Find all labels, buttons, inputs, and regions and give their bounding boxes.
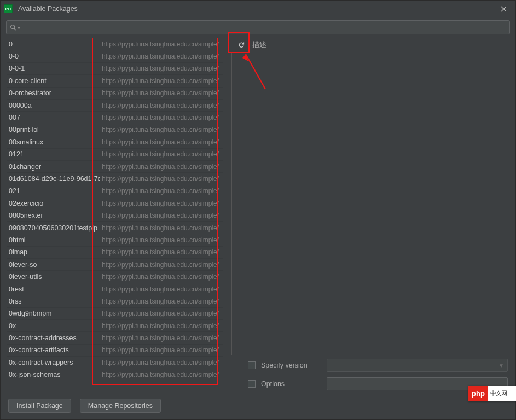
close-icon [501, 6, 507, 12]
package-name: 00smalinux [7, 138, 43, 146]
package-url: https://pypi.tuna.tsinghua.edu.cn/simple… [102, 212, 219, 219]
package-url: https://pypi.tuna.tsinghua.edu.cn/simple… [102, 89, 219, 97]
content-area: 0https://pypi.tuna.tsinghua.edu.cn/simpl… [1, 38, 515, 395]
package-url: https://pypi.tuna.tsinghua.edu.cn/simple… [102, 346, 219, 354]
package-name: 0x [7, 322, 16, 330]
specify-version-label: Specify version [261, 361, 321, 369]
package-url: https://pypi.tuna.tsinghua.edu.cn/simple… [102, 52, 219, 60]
package-list[interactable]: 0https://pypi.tuna.tsinghua.edu.cn/simpl… [6, 38, 224, 392]
install-package-button[interactable]: Install Package [8, 399, 71, 413]
package-name: 0x-contract-artifacts [7, 346, 69, 354]
package-row[interactable]: 0-core-clienthttps://pypi.tuna.tsinghua.… [7, 75, 223, 87]
package-url: https://pypi.tuna.tsinghua.edu.cn/simple… [102, 102, 219, 109]
package-row[interactable]: 0-orchestratorhttps://pypi.tuna.tsinghua… [7, 88, 223, 100]
package-name: 0x-contract-addresses [7, 334, 77, 342]
titlebar: PC Available Packages [1, 1, 515, 17]
version-select[interactable]: ▼ [327, 359, 508, 372]
package-url: https://pypi.tuna.tsinghua.edu.cn/simple… [102, 334, 219, 342]
package-url: https://pypi.tuna.tsinghua.edu.cn/simple… [102, 371, 219, 378]
search-icon [10, 24, 16, 31]
package-row[interactable]: 0-0-1https://pypi.tuna.tsinghua.edu.cn/s… [7, 63, 223, 75]
search-input[interactable] [24, 24, 506, 31]
refresh-button[interactable] [235, 39, 247, 51]
package-name: 0rss [7, 298, 22, 305]
php-badge-right: 中文网 [488, 389, 509, 398]
details-panel: 描述 Specify version ▼ Options [231, 38, 510, 392]
package-name: 0lever-so [7, 261, 37, 269]
package-row[interactable]: 0rsshttps://pypi.tuna.tsinghua.edu.cn/si… [7, 295, 223, 307]
package-name: 00print-lol [7, 126, 39, 133]
package-name: 01d61084-d29e-11e9-96d1-7c5cf84ffe8e [7, 175, 100, 183]
package-row[interactable]: 0xhttps://pypi.tuna.tsinghua.edu.cn/simp… [7, 320, 223, 332]
package-row[interactable]: 0x-contract-artifactshttps://pypi.tuna.t… [7, 345, 223, 357]
package-row[interactable]: 0x-contract-wrappershttps://pypi.tuna.ts… [7, 357, 223, 369]
package-row[interactable]: 007https://pypi.tuna.tsinghua.edu.cn/sim… [7, 112, 223, 124]
package-row[interactable]: 0121https://pypi.tuna.tsinghua.edu.cn/si… [7, 149, 223, 161]
package-row[interactable]: 00000ahttps://pypi.tuna.tsinghua.edu.cn/… [7, 100, 223, 112]
package-url: https://pypi.tuna.tsinghua.edu.cn/simple… [102, 248, 219, 256]
package-name: 0x-json-schemas [7, 371, 60, 378]
package-name: 01changer [7, 163, 41, 171]
package-row[interactable]: 0https://pypi.tuna.tsinghua.edu.cn/simpl… [7, 38, 223, 50]
package-row[interactable]: 090807040506030201testpiphttps://pypi.tu… [7, 222, 223, 234]
package-name: 0-orchestrator [7, 89, 51, 97]
package-name: 0imap [7, 248, 27, 256]
package-row[interactable]: 0lever-sohttps://pypi.tuna.tsinghua.edu.… [7, 259, 223, 271]
package-name: 021 [7, 187, 20, 195]
splitter[interactable] [224, 38, 231, 392]
description-label: 描述 [252, 40, 266, 50]
package-row[interactable]: 01d61084-d29e-11e9-96d1-7c5cf84ffe8ehttp… [7, 173, 223, 185]
window-title: Available Packages [18, 5, 496, 13]
package-url: https://pypi.tuna.tsinghua.edu.cn/simple… [102, 150, 219, 158]
php-badge-left: php [468, 386, 488, 401]
package-name: 0 [7, 40, 13, 48]
specify-version-checkbox[interactable] [248, 361, 256, 369]
package-url: https://pypi.tuna.tsinghua.edu.cn/simple… [102, 187, 219, 195]
package-row[interactable]: 01changerhttps://pypi.tuna.tsinghua.edu.… [7, 161, 223, 173]
package-name: 0wdg9nbmpm [7, 310, 52, 317]
package-name: 0-core-client [7, 77, 47, 85]
package-row[interactable]: 0resthttps://pypi.tuna.tsinghua.edu.cn/s… [7, 283, 223, 295]
package-url: https://pypi.tuna.tsinghua.edu.cn/simple… [102, 200, 219, 207]
package-name: 090807040506030201testpip [7, 224, 97, 232]
chevron-down-icon: ▼ [498, 363, 504, 369]
package-row[interactable]: 0805nexterhttps://pypi.tuna.tsinghua.edu… [7, 209, 223, 221]
package-row[interactable]: 0wdg9nbmpmhttps://pypi.tuna.tsinghua.edu… [7, 308, 223, 320]
package-url: https://pypi.tuna.tsinghua.edu.cn/simple… [102, 236, 219, 244]
manage-repositories-button[interactable]: Manage Repositories [80, 399, 161, 413]
package-name: 02exercicio [7, 200, 43, 207]
options-checkbox[interactable] [248, 380, 256, 388]
details-toolbar: 描述 [231, 38, 510, 53]
search-options-caret-icon[interactable]: ▾ [18, 25, 20, 31]
package-url: https://pypi.tuna.tsinghua.edu.cn/simple… [102, 261, 219, 269]
package-url: https://pypi.tuna.tsinghua.edu.cn/simple… [102, 359, 219, 366]
package-row[interactable]: 0imaphttps://pypi.tuna.tsinghua.edu.cn/s… [7, 247, 223, 259]
package-name: 007 [7, 114, 20, 121]
package-row[interactable]: 00print-lolhttps://pypi.tuna.tsinghua.ed… [7, 124, 223, 136]
package-row[interactable]: 00smalinuxhttps://pypi.tuna.tsinghua.edu… [7, 136, 223, 148]
package-url: https://pypi.tuna.tsinghua.edu.cn/simple… [102, 77, 219, 85]
package-name: 0x-contract-wrappers [7, 359, 73, 366]
package-list-panel: 0https://pypi.tuna.tsinghua.edu.cn/simpl… [6, 38, 224, 392]
options-label: Options [261, 380, 321, 388]
package-name: 0805nexter [7, 212, 43, 219]
close-button[interactable] [496, 2, 511, 15]
package-url: https://pypi.tuna.tsinghua.edu.cn/simple… [102, 273, 219, 281]
package-row[interactable]: 0-0https://pypi.tuna.tsinghua.edu.cn/sim… [7, 50, 223, 62]
package-name: 0html [7, 236, 26, 244]
package-row[interactable]: 0x-contract-addresseshttps://pypi.tuna.t… [7, 332, 223, 344]
package-row[interactable]: 0htmlhttps://pypi.tuna.tsinghua.edu.cn/s… [7, 234, 223, 246]
search-box[interactable]: ▾ [6, 20, 510, 34]
pycharm-icon: PC [4, 4, 13, 13]
package-url: https://pypi.tuna.tsinghua.edu.cn/simple… [102, 285, 219, 293]
package-name: 0-0 [7, 52, 19, 60]
php-badge: php 中文网 [468, 386, 516, 401]
package-row[interactable]: 021https://pypi.tuna.tsinghua.edu.cn/sim… [7, 185, 223, 197]
package-url: https://pypi.tuna.tsinghua.edu.cn/simple… [102, 322, 219, 330]
package-row[interactable]: 0x-json-schemashttps://pypi.tuna.tsinghu… [7, 369, 223, 381]
footer: Install Package Manage Repositories php … [1, 395, 515, 419]
package-url: https://pypi.tuna.tsinghua.edu.cn/simple… [102, 310, 219, 317]
package-row[interactable]: 0lever-utilshttps://pypi.tuna.tsinghua.e… [7, 271, 223, 283]
package-name: 0-0-1 [7, 65, 25, 72]
package-row[interactable]: 02exerciciohttps://pypi.tuna.tsinghua.ed… [7, 197, 223, 209]
